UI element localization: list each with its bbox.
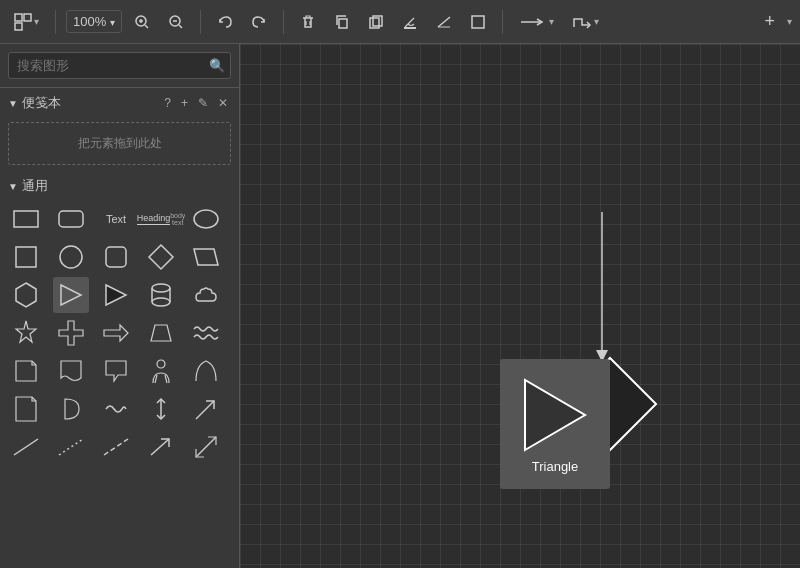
search-container: 🔍 xyxy=(0,44,239,88)
redo-button[interactable] xyxy=(245,10,273,34)
svg-line-42 xyxy=(14,439,38,455)
shape-heading[interactable]: Heading body text xyxy=(143,201,179,237)
shape-parallelogram[interactable] xyxy=(188,239,224,275)
line-style-button[interactable] xyxy=(430,10,458,34)
shape-triangle-filled[interactable] xyxy=(98,277,134,313)
svg-marker-29 xyxy=(61,285,81,305)
scratchpad-help-button[interactable]: ? xyxy=(161,95,174,111)
scratchpad-edit-button[interactable]: ✎ xyxy=(195,95,211,111)
zoom-value-button[interactable]: 100% ▾ xyxy=(66,10,122,33)
shape-hexagon[interactable] xyxy=(8,277,44,313)
diagram-menu-button[interactable]: ▾ xyxy=(8,9,45,35)
shape-triangle-right[interactable] xyxy=(53,277,89,313)
svg-marker-50 xyxy=(525,380,585,450)
container-button[interactable] xyxy=(464,10,492,34)
scratchpad-close-button[interactable]: ✕ xyxy=(215,95,231,111)
add-dropdown-arrow[interactable]: ▾ xyxy=(787,16,792,27)
shape-arc[interactable] xyxy=(188,353,224,389)
shape-line-arrow[interactable] xyxy=(143,429,179,465)
shape-squiggle[interactable] xyxy=(98,391,134,427)
scratchpad-add-button[interactable]: + xyxy=(178,95,191,111)
triangle-highlight: Triangle xyxy=(500,359,610,489)
shape-rectangle[interactable] xyxy=(8,201,44,237)
svg-point-37 xyxy=(157,360,165,368)
shape-arrow-right[interactable] xyxy=(98,315,134,351)
shape-diagonal-arrow[interactable] xyxy=(188,391,224,427)
fill-button[interactable] xyxy=(396,10,424,34)
svg-point-24 xyxy=(60,246,82,268)
sidebar: 🔍 ▼ 便笺本 ? + ✎ ✕ 把元素拖到此处 ▼ 通用 xyxy=(0,44,240,568)
shape-bidirectional[interactable] xyxy=(143,391,179,427)
scratchpad-actions: ? + ✎ ✕ xyxy=(161,95,231,111)
shape-line-bidir[interactable] xyxy=(188,429,224,465)
svg-line-46 xyxy=(196,437,216,457)
shape-square[interactable] xyxy=(8,239,44,275)
svg-rect-2 xyxy=(15,23,22,30)
svg-line-9 xyxy=(179,25,182,28)
svg-rect-17 xyxy=(438,26,450,28)
delete-button[interactable] xyxy=(294,10,322,34)
svg-rect-1 xyxy=(24,14,31,21)
scratchpad-drop-text: 把元素拖到此处 xyxy=(78,136,162,150)
scratchpad-label: 便笺本 xyxy=(22,94,61,112)
general-label: 通用 xyxy=(22,177,48,195)
svg-rect-15 xyxy=(404,27,416,29)
shape-ellipse[interactable] xyxy=(188,201,224,237)
waypoint-button[interactable]: ▾ xyxy=(566,10,605,34)
shape-line-dashed[interactable] xyxy=(98,429,134,465)
shape-cross[interactable] xyxy=(53,315,89,351)
shape-cloud[interactable] xyxy=(188,277,224,313)
shape-diamond[interactable] xyxy=(143,239,179,275)
copy-button[interactable] xyxy=(328,10,356,34)
divider-1 xyxy=(55,10,56,34)
search-wrap: 🔍 xyxy=(8,52,231,79)
zoom-out-button[interactable] xyxy=(162,10,190,34)
shape-callout-star[interactable] xyxy=(8,315,44,351)
search-icon: 🔍 xyxy=(209,58,225,73)
scratchpad-arrow-icon: ▼ xyxy=(8,98,18,109)
shape-grid: Text Heading body text xyxy=(0,197,239,469)
paste-button[interactable] xyxy=(362,10,390,34)
canvas[interactable]: Triangle xyxy=(240,44,800,568)
text-shape-label: Text xyxy=(106,213,126,225)
svg-line-16 xyxy=(438,17,450,27)
shape-callout[interactable] xyxy=(98,353,134,389)
search-input[interactable] xyxy=(8,52,231,79)
zoom-in-button[interactable] xyxy=(128,10,156,34)
svg-point-34 xyxy=(152,298,170,306)
svg-marker-27 xyxy=(194,249,218,265)
heading-shape-label: Heading xyxy=(137,213,171,225)
shape-rounded-rect[interactable] xyxy=(53,201,89,237)
shape-circle[interactable] xyxy=(53,239,89,275)
undo-button[interactable] xyxy=(211,10,239,34)
shape-note[interactable] xyxy=(8,353,44,389)
shape-line-solid[interactable] xyxy=(8,429,44,465)
divider-3 xyxy=(283,10,284,34)
general-section-header[interactable]: ▼ 通用 xyxy=(0,173,239,197)
svg-marker-26 xyxy=(149,245,173,269)
shape-line-dotted[interactable] xyxy=(53,429,89,465)
connection-arrow-button[interactable]: ▾ xyxy=(513,10,560,34)
svg-rect-12 xyxy=(339,19,347,28)
add-button[interactable]: + xyxy=(758,7,781,36)
shape-document[interactable] xyxy=(53,353,89,389)
triangle-highlight-label: Triangle xyxy=(532,459,578,474)
shape-rounded-square[interactable] xyxy=(98,239,134,275)
divider-2 xyxy=(200,10,201,34)
shape-cylinder[interactable] xyxy=(143,277,179,313)
shape-trapezoid[interactable] xyxy=(143,315,179,351)
grid-background xyxy=(240,44,800,568)
divider-4 xyxy=(502,10,503,34)
svg-marker-36 xyxy=(151,325,171,341)
scratchpad-panel-header[interactable]: ▼ 便笺本 ? + ✎ ✕ xyxy=(0,88,239,118)
svg-rect-0 xyxy=(15,14,22,21)
shape-page[interactable] xyxy=(8,391,44,427)
shape-d-shape[interactable] xyxy=(53,391,89,427)
svg-line-44 xyxy=(104,439,128,455)
shape-text[interactable]: Text xyxy=(98,201,134,237)
svg-point-22 xyxy=(194,210,218,228)
shape-wave[interactable] xyxy=(188,315,224,351)
zoom-dropdown-arrow: ▾ xyxy=(110,17,115,28)
shape-person[interactable] xyxy=(143,353,179,389)
svg-rect-21 xyxy=(59,211,83,227)
